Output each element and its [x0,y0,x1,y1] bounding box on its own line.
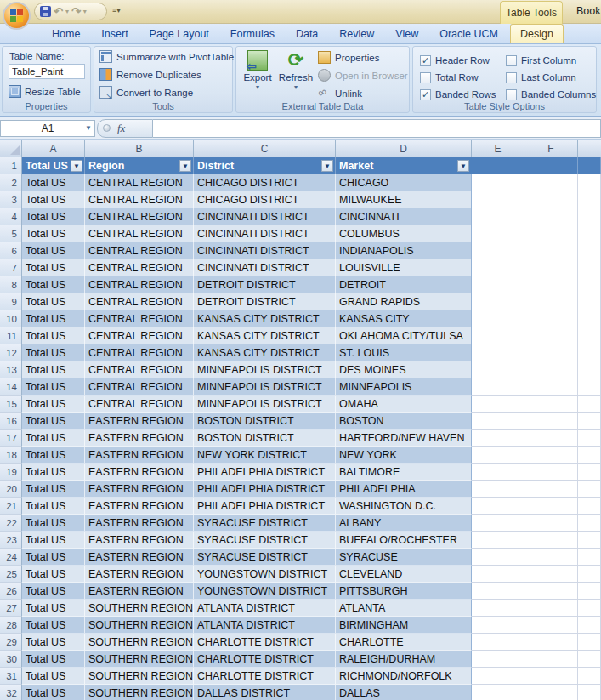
cell[interactable]: OKLAHOMA CITY/TULSA [336,327,472,344]
refresh-button[interactable]: ⟳ Refresh ▾ [277,50,315,91]
cell[interactable]: Total US [22,396,85,413]
cell[interactable]: ALBANY [336,515,472,532]
cell[interactable]: CENTRAL REGION [85,259,194,276]
tab-home[interactable]: Home [43,25,89,43]
cell[interactable]: EASTERN REGION [85,481,194,498]
tab-design[interactable]: Design [510,24,564,43]
filter-button[interactable]: ▼ [457,160,469,172]
cell[interactable]: SYRACUSE DISTRICT [194,515,336,532]
cell[interactable]: YOUNGSTOWN DISTRICT [194,566,336,583]
row-header-14[interactable]: 14 [0,378,22,396]
cell[interactable] [524,481,578,498]
cell[interactable]: SOUTHERN REGION [85,617,194,634]
cell[interactable]: CHICAGO DISTRICT [194,191,336,208]
cell[interactable] [472,344,524,361]
undo-dropdown-icon[interactable]: ▾ [65,8,69,15]
cell[interactable]: BOSTON DISTRICT [194,413,336,430]
cell[interactable] [524,276,578,293]
column-header-b[interactable]: B [85,140,194,157]
cell[interactable] [524,242,578,259]
row-header-24[interactable]: 24 [0,549,22,566]
cell[interactable] [472,361,524,378]
tab-data[interactable]: Data [286,25,327,43]
redo-icon[interactable]: ↷ [71,5,81,18]
cell[interactable]: Total US [22,583,85,600]
row-header-29[interactable]: 29 [0,634,22,651]
cell[interactable] [524,208,578,225]
cell[interactable]: Total US [22,242,85,259]
tab-review[interactable]: Review [330,25,383,43]
cell[interactable]: RICHMOND/NORFOLK [336,668,472,685]
save-icon[interactable] [40,6,51,17]
cell[interactable] [472,447,524,464]
row-header-9[interactable]: 9 [0,293,22,310]
cell[interactable]: SOUTHERN REGION [85,651,194,668]
cell[interactable]: CHARLOTTE DISTRICT [194,651,336,668]
cell[interactable]: CENTRAL REGION [85,242,194,259]
cell[interactable]: Total US [22,668,85,685]
cell[interactable] [472,293,524,310]
cell[interactable]: ATLANTA DISTRICT [194,600,336,617]
row-header-31[interactable]: 31 [0,668,22,685]
cell[interactable]: EASTERN REGION [85,430,194,447]
row-header-18[interactable]: 18 [0,447,22,464]
row-header-1[interactable]: 1 [0,157,22,174]
cell[interactable]: DES MOINES [336,361,472,378]
select-all-corner[interactable] [0,140,22,157]
cell[interactable] [472,498,524,515]
cell[interactable]: CENTRAL REGION [85,378,194,396]
cell[interactable] [524,191,578,208]
option-last-column[interactable]: Last Column [506,72,596,83]
row-header-8[interactable]: 8 [0,276,22,293]
cell[interactable]: DETROIT [336,276,472,293]
cell[interactable] [524,378,578,396]
checkbox-checked-icon[interactable]: ✓ [420,55,431,66]
cell[interactable]: ATLANTA [336,600,472,617]
cell[interactable]: Total US [22,634,85,651]
cell[interactable]: Total US [22,344,85,361]
cell[interactable] [472,191,524,208]
cell[interactable]: Total US [22,515,85,532]
formula-input[interactable] [153,119,601,138]
header-cell-region[interactable]: Region ▼ [85,157,194,174]
cell[interactable]: EASTERN REGION [85,566,194,583]
column-header-f[interactable]: F [524,140,578,157]
cell[interactable] [524,498,578,515]
cell[interactable]: CHICAGO DISTRICT [194,174,336,191]
row-header-12[interactable]: 12 [0,344,22,361]
cell[interactable]: SOUTHERN REGION [85,685,194,700]
cell[interactable]: MINNEAPOLIS DISTRICT [194,396,336,413]
column-header-c[interactable]: C [194,140,336,157]
cell[interactable]: KANSAS CITY [336,310,472,327]
cell[interactable]: SYRACUSE DISTRICT [194,549,336,566]
cell[interactable]: Total US [22,447,85,464]
row-header-25[interactable]: 25 [0,566,22,583]
cell[interactable] [524,396,578,413]
cell[interactable]: EASTERN REGION [85,549,194,566]
external-properties-button[interactable]: Properties [318,51,379,64]
checkbox-unchecked-icon[interactable] [420,72,431,83]
tab-view[interactable]: View [386,25,428,43]
summarize-with-pivottable-button[interactable]: Summarize with PivotTable [99,50,234,63]
filter-button[interactable]: ▼ [71,160,82,172]
cell[interactable]: EASTERN REGION [85,498,194,515]
cell[interactable]: CENTRAL REGION [85,191,194,208]
cell[interactable] [524,566,578,583]
row-header-16[interactable]: 16 [0,413,22,430]
cell[interactable] [524,361,578,378]
cell[interactable]: Total US [22,430,85,447]
checkbox-checked-icon[interactable]: ✓ [420,89,431,100]
cell[interactable] [524,157,578,174]
row-header-3[interactable]: 3 [0,191,22,208]
cell[interactable] [524,344,578,361]
cell[interactable]: DALLAS [336,685,472,700]
cell[interactable]: Total US [22,651,85,668]
cell[interactable]: CHICAGO [336,174,472,191]
cell[interactable] [472,396,524,413]
cell[interactable] [472,430,524,447]
cell[interactable]: Total US [22,481,85,498]
name-box-dropdown-icon[interactable]: ▼ [85,124,92,132]
cell[interactable] [524,447,578,464]
cell[interactable]: CINCINNATI [336,208,472,225]
cell[interactable] [472,515,524,532]
